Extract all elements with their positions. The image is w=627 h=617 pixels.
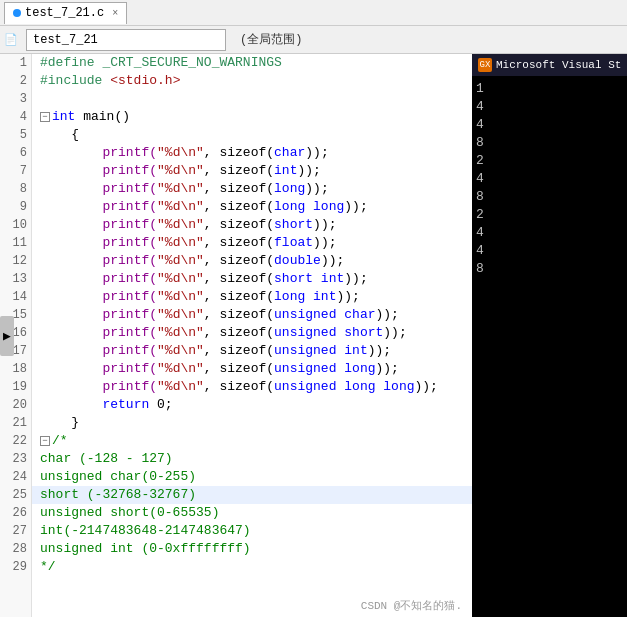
code-token: "%d\n" xyxy=(157,325,204,340)
code-token: short int xyxy=(274,271,344,286)
code-token: printf( xyxy=(102,325,157,340)
code-token: "%d\n" xyxy=(157,199,204,214)
code-token: , sizeof( xyxy=(204,217,274,232)
code-token: , sizeof( xyxy=(204,289,274,304)
line-number: 24 xyxy=(0,468,27,486)
line-number: 21 xyxy=(0,414,27,432)
console-output-line: 1 xyxy=(476,80,623,98)
console-titlebar: GX Microsoft Visual St xyxy=(472,54,627,76)
tab-close-button[interactable]: × xyxy=(112,8,118,19)
code-token: )); xyxy=(415,379,438,394)
console-output-line: 4 xyxy=(476,98,623,116)
code-token: { xyxy=(71,127,79,142)
code-token: , sizeof( xyxy=(204,235,274,250)
code-token: printf( xyxy=(102,181,157,196)
line-number: 2 xyxy=(0,72,27,90)
code-token: "%d\n" xyxy=(157,145,204,160)
code-token: "%d\n" xyxy=(157,235,204,250)
code-token: #include xyxy=(40,73,110,88)
code-token: int xyxy=(52,109,75,124)
code-token: printf( xyxy=(102,361,157,376)
code-token: int xyxy=(274,163,297,178)
code-token: , sizeof( xyxy=(204,271,274,286)
code-token: unsigned short xyxy=(274,325,383,340)
line-number: 26 xyxy=(0,504,27,522)
code-token: )); xyxy=(383,325,406,340)
code-token: "%d\n" xyxy=(157,361,204,376)
code-token: printf( xyxy=(102,217,157,232)
file-selector[interactable]: test_7_21 xyxy=(26,29,226,51)
code-token: "%d\n" xyxy=(157,271,204,286)
code-token: printf( xyxy=(102,307,157,322)
line-number: 5 xyxy=(0,126,27,144)
code-token: )); xyxy=(313,217,336,232)
code-token: "%d\n" xyxy=(157,307,204,322)
code-token: int(-2147483648-2147483647) xyxy=(40,523,251,538)
code-token: , sizeof( xyxy=(204,163,274,178)
code-token: "%d\n" xyxy=(157,181,204,196)
code-token: , sizeof( xyxy=(204,325,274,340)
code-token: } xyxy=(71,415,79,430)
line-number: 6 xyxy=(0,144,27,162)
code-token: #define xyxy=(40,55,102,70)
line-number: 22 xyxy=(0,432,27,450)
console-icon: GX xyxy=(478,58,492,72)
code-token: "%d\n" xyxy=(157,163,204,178)
editor-tab[interactable]: test_7_21.c × xyxy=(4,2,127,24)
line-number: 19 xyxy=(0,378,27,396)
code-token: printf( xyxy=(102,163,157,178)
code-token: /* xyxy=(52,433,68,448)
code-token: )); xyxy=(321,253,344,268)
collapse-button[interactable]: − xyxy=(40,112,50,122)
code-token: short (-32768-32767) xyxy=(40,487,196,502)
code-token: main() xyxy=(75,109,130,124)
code-token: )); xyxy=(305,181,328,196)
tab-modified-indicator xyxy=(13,9,21,17)
code-token: char (-128 - 127) xyxy=(40,451,173,466)
console-output-line: 2 xyxy=(476,206,623,224)
code-token: long long xyxy=(274,199,344,214)
line-number: 4 xyxy=(0,108,27,126)
console-output-line: 4 xyxy=(476,116,623,134)
editor-container: ▶ 12345678910111213141516171819202122232… xyxy=(0,54,627,617)
code-token: printf( xyxy=(102,235,157,250)
code-token: unsigned int (0-0xffffffff) xyxy=(40,541,251,556)
console-output-line: 4 xyxy=(476,170,623,188)
code-token: */ xyxy=(40,559,56,574)
toolbar: 📄 test_7_21 (全局范围) xyxy=(0,26,627,54)
code-token: printf( xyxy=(102,343,157,358)
collapse-button[interactable]: − xyxy=(40,436,50,446)
code-token: long int xyxy=(274,289,336,304)
console-title: Microsoft Visual St xyxy=(496,59,621,71)
console-output-line: 4 xyxy=(476,242,623,260)
code-token: printf( xyxy=(102,289,157,304)
code-token: )); xyxy=(305,145,328,160)
code-token: , sizeof( xyxy=(204,181,274,196)
code-token: , sizeof( xyxy=(204,307,274,322)
tab-label: test_7_21.c xyxy=(25,6,104,20)
line-number: 11 xyxy=(0,234,27,252)
code-token: unsigned char xyxy=(274,307,375,322)
line-number: 10 xyxy=(0,216,27,234)
line-number: 27 xyxy=(0,522,27,540)
code-token: printf( xyxy=(102,199,157,214)
code-token: )); xyxy=(368,343,391,358)
line-number: 3 xyxy=(0,90,27,108)
line-number: 9 xyxy=(0,198,27,216)
code-token: unsigned short(0-65535) xyxy=(40,505,219,520)
line-number: 28 xyxy=(0,540,27,558)
line-number: 12 xyxy=(0,252,27,270)
code-token: )); xyxy=(297,163,320,178)
code-token: )); xyxy=(344,199,367,214)
console-output-line: 8 xyxy=(476,134,623,152)
code-token: , sizeof( xyxy=(204,145,274,160)
file-icon: 📄 xyxy=(4,33,18,46)
line-number: 7 xyxy=(0,162,27,180)
code-token: printf( xyxy=(102,253,157,268)
expand-arrow[interactable]: ▶ xyxy=(0,316,14,356)
code-token: )); xyxy=(344,271,367,286)
line-number: 25 xyxy=(0,486,27,504)
console-output-line: 8 xyxy=(476,188,623,206)
console-window: GX Microsoft Visual St 14482482448 D:\co… xyxy=(472,54,627,617)
code-token: )); xyxy=(375,361,398,376)
